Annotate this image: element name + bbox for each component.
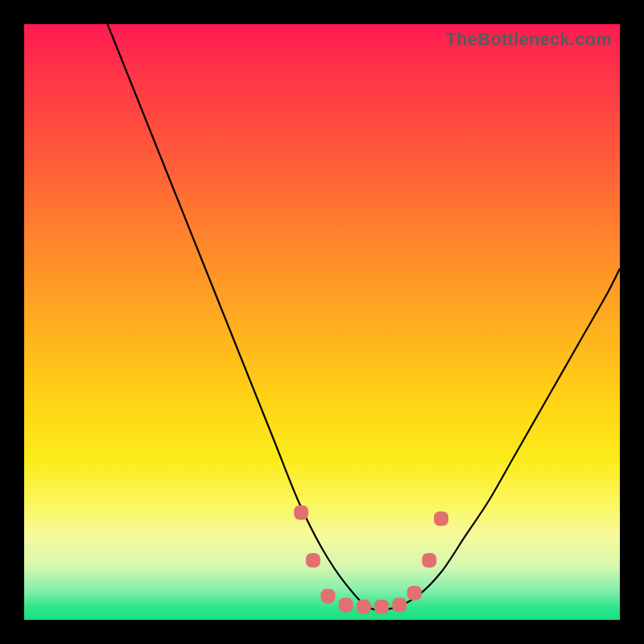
plot-area: TheBottleneck.com	[24, 24, 620, 620]
curve-marker	[294, 506, 308, 520]
curve-marker	[392, 598, 407, 613]
curve-marker	[339, 598, 353, 613]
curve-marker	[357, 600, 371, 614]
curve-marker	[434, 511, 448, 526]
curve-marker	[374, 600, 389, 614]
curve-marker	[407, 586, 422, 601]
curve-svg	[24, 24, 620, 620]
curve-marker	[320, 588, 335, 603]
curve-marker	[422, 553, 436, 568]
watermark-text: TheBottleneck.com	[446, 29, 612, 50]
curve-markers-group	[294, 506, 448, 614]
bottleneck-curve-line	[108, 24, 620, 610]
chart-frame: TheBottleneck.com	[0, 0, 644, 644]
curve-marker	[306, 553, 320, 568]
